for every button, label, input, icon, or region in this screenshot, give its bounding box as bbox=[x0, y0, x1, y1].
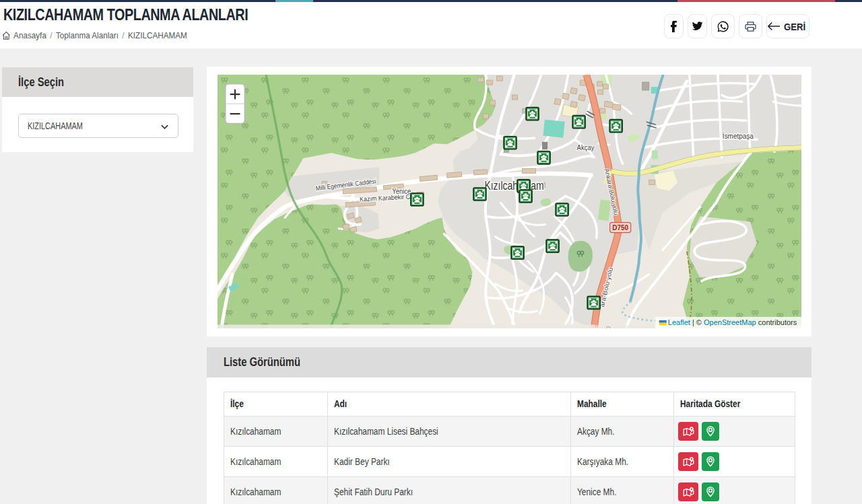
svg-text:Leaflet | © OpenStreetMap cont: Leaflet | © OpenStreetMap contributors bbox=[668, 318, 797, 326]
svg-text:İsmetpaşa: İsmetpaşa bbox=[723, 132, 754, 140]
svg-text:Yenice: Yenice bbox=[392, 187, 411, 195]
svg-text:Akçay: Akçay bbox=[577, 143, 595, 151]
svg-text:D750: D750 bbox=[612, 224, 628, 231]
svg-text:Kızılcahamam: Kızılcahamam bbox=[484, 179, 543, 192]
